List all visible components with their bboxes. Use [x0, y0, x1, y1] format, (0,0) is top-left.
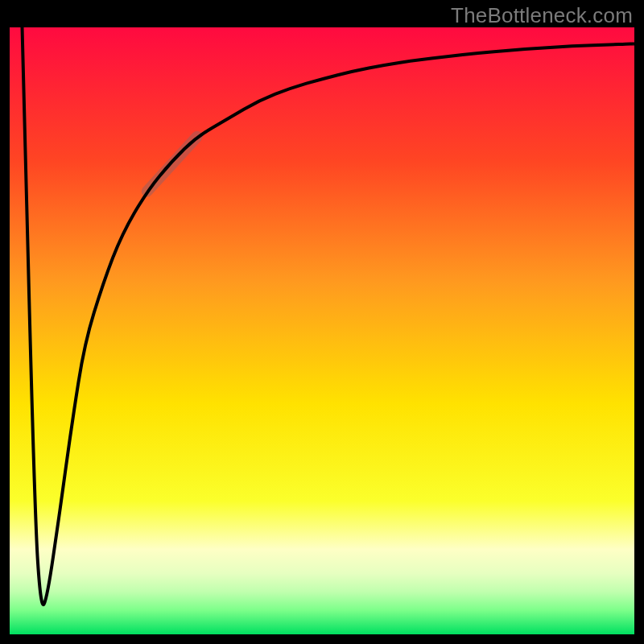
chart-svg: [10, 27, 634, 634]
gradient-background: [10, 27, 634, 634]
chart-frame: TheBottleneck.com: [0, 0, 644, 644]
watermark-text: TheBottleneck.com: [451, 3, 633, 28]
plot-area: [10, 27, 634, 634]
